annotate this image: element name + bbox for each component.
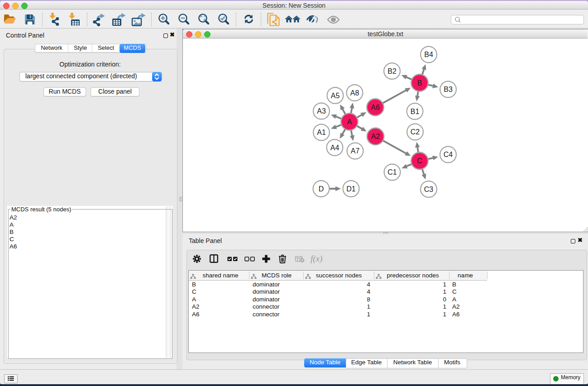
- svg-text:B: B: [417, 79, 422, 87]
- svg-text:A4: A4: [330, 144, 339, 152]
- svg-text:B2: B2: [387, 67, 397, 75]
- svg-text:A5: A5: [331, 92, 340, 100]
- svg-text:A1: A1: [317, 129, 326, 136]
- svg-text:C2: C2: [411, 128, 420, 136]
- svg-text:B4: B4: [424, 51, 433, 58]
- svg-text:A: A: [347, 118, 352, 126]
- svg-text:A6: A6: [371, 104, 380, 111]
- svg-text:B1: B1: [411, 108, 420, 115]
- svg-text:C: C: [417, 157, 422, 165]
- svg-text:C4: C4: [444, 151, 453, 158]
- svg-text:A7: A7: [351, 147, 360, 155]
- svg-text:D: D: [319, 185, 324, 193]
- svg-text:A3: A3: [317, 107, 326, 115]
- svg-text:C3: C3: [424, 186, 434, 193]
- svg-text:B3: B3: [444, 86, 453, 93]
- svg-text:A8: A8: [350, 89, 359, 97]
- svg-text:C1: C1: [387, 168, 397, 176]
- svg-text:A2: A2: [371, 133, 380, 140]
- svg-text:D1: D1: [346, 185, 356, 193]
